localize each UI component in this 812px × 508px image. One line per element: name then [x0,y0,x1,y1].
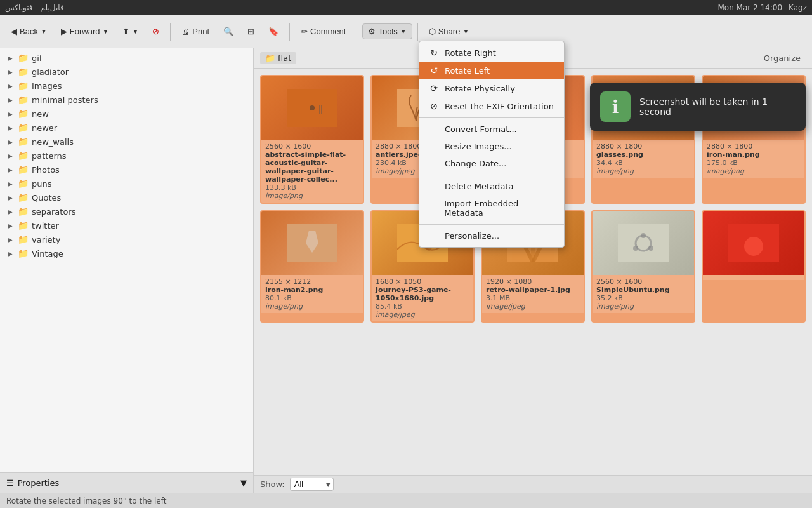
tools-button[interactable]: ⚙ Tools ▼ [362,23,412,39]
sidebar-item-gif[interactable]: ▶ gif [0,51,253,65]
folder-arrow-icon: ▶ [8,124,14,131]
image-info: 2880 × 1800 glasses.png 34.4 kB image/pn… [593,140,694,178]
menu-separator-1 [419,117,564,118]
image-size: 175.0 kB [707,159,801,167]
tools-icon: ⚙ [368,27,376,36]
image-tile-ubuntu[interactable]: 2560 × 1600 SimpleUbuntu.png 35.2 kB ima… [591,210,695,323]
image-thumb [593,211,694,275]
sidebar-item-new[interactable]: ▶ new [0,107,253,121]
back-button[interactable]: ◀ Back ▼ [5,23,53,39]
properties-icon: ☰ [6,478,14,488]
share-icon: ⬡ [429,27,436,36]
show-select[interactable]: All Photos Videos [290,478,334,491]
search-button[interactable]: 🔍 [218,23,239,39]
sidebar-item-minimal-posters[interactable]: ▶ minimal posters [0,93,253,107]
tools-label: Tools [378,27,397,36]
menu-item-personalize[interactable]: Personalize... [419,227,564,244]
sidebar-item-photos[interactable]: ▶ Photos [0,163,253,177]
sidebar-item-label: gif [32,53,42,63]
print-button[interactable]: 🖨 Print [176,23,215,39]
folder-icon [18,192,28,203]
image-dims: 1920 × 1080 [486,277,580,286]
toolbar: ◀ Back ▼ ▶ Forward ▼ ⬆ ▼ ⊘ 🖨 Print 🔍 ⊞ 🔖 [0,15,812,48]
view-button[interactable]: ⊞ [242,23,260,39]
image-dims: 2880 × 1800 [596,142,690,150]
stop-button[interactable]: ⊘ [147,23,165,39]
menu-item-label: Rotate Right [445,48,496,58]
folder-icon [18,248,28,258]
menu-item-rotate-physically[interactable]: ⟳ Rotate Physically [419,79,564,97]
location-folder[interactable]: 📁 flat [260,52,296,64]
menu-item-label: Change Date... [445,159,506,168]
sidebar-item-label: separators [32,207,75,217]
sidebar-item-label: patterns [32,151,67,161]
folder-arrow-icon: ▶ [8,97,14,104]
sidebar-item-separators[interactable]: ▶ separators [0,204,253,218]
image-type: image/png [265,192,359,200]
menu-item-resize[interactable]: Resize Images... [419,138,564,155]
notification-text: Screenshot will be taken in 1 second [639,97,796,117]
system-bar: فايل‌پلم - فتوباکس Mon Mar 2 14:00 Kagz [0,0,812,15]
organize-button[interactable]: Organize [759,52,806,64]
menu-item-reset-exif[interactable]: ⊘ Reset the EXIF Orientation [419,97,564,115]
settings-app: Kagz [789,3,807,12]
forward-icon: ▶ [61,27,67,36]
image-tile-red[interactable] [702,210,806,323]
stop-icon: ⊘ [152,27,159,36]
menu-item-delete-metadata[interactable]: Delete Metadata [419,178,564,195]
comment-icon: ✏ [301,27,308,36]
image-type: image/jpeg [376,311,469,319]
sidebar-item-puns[interactable]: ▶ puns [0,177,253,190]
menu-item-label: Rotate Left [445,66,490,76]
folder-icon [18,67,28,77]
folder-arrow-icon: ▶ [8,83,14,90]
menu-item-rotate-right[interactable]: ↻ Rotate Right [419,44,564,62]
image-size: 35.2 kB [596,294,690,302]
image-name: iron-man.png [707,150,801,159]
sidebar-item-vintage[interactable]: ▶ Vintage [0,246,253,260]
image-dims: 2560 × 1600 [596,277,690,286]
bookmark-icon: 🔖 [268,27,278,36]
sidebar-item-patterns[interactable]: ▶ patterns [0,149,253,163]
image-size: 133.3 kB [265,184,359,192]
rotate-left-icon: ↺ [428,65,440,76]
bookmark-button[interactable]: 🔖 [263,23,284,39]
sidebar-item-images[interactable]: ▶ Images [0,79,253,93]
share-button[interactable]: ⬡ Share ▼ [423,23,475,39]
image-name: SimpleUbuntu.png [596,286,690,294]
sidebar-item-label: variety [32,235,60,244]
image-tile-guitar[interactable]: 2560 × 1600 abstract-simple-flat-acousti… [260,75,364,204]
comment-button[interactable]: ✏ Comment [295,23,351,39]
folder-arrow-icon: ▶ [8,166,14,173]
image-info: 1680 × 1050 Journey-PS3-game-1050x1680.j… [372,275,473,321]
print-icon: 🖨 [181,27,190,36]
sidebar-item-variety[interactable]: ▶ variety [0,232,253,246]
image-size: 34.4 kB [596,159,690,167]
sidebar-item-twitter[interactable]: ▶ twitter [0,218,253,232]
image-dims: 2560 × 1600 [265,142,359,150]
svg-point-1 [310,105,315,110]
menu-item-change-date[interactable]: Change Date... [419,155,564,172]
up-button[interactable]: ⬆ ▼ [117,23,144,39]
menu-item-rotate-left[interactable]: ↺ Rotate Left [419,62,564,79]
sidebar-item-newer[interactable]: ▶ newer [0,121,253,135]
svg-point-23 [648,246,653,251]
folder-icon [18,234,28,244]
sidebar-item-gladiator[interactable]: ▶ gladiator [0,65,253,79]
sidebar-item-quotes[interactable]: ▶ Quotes [0,190,253,204]
forward-button[interactable]: ▶ Forward ▼ [55,23,115,39]
menu-item-import-embedded[interactable]: Import Embedded Metadata [419,195,564,222]
menu-item-convert-format[interactable]: Convert Format... [419,121,564,138]
sidebar-item-new-walls[interactable]: ▶ new_walls [0,135,253,149]
back-arrow-icon: ▼ [41,28,47,35]
sidebar: ▶ gif ▶ gladiator ▶ Images ▶ min [0,48,254,493]
svg-point-24 [633,246,638,251]
show-select-wrapper[interactable]: All Photos Videos [290,478,334,491]
menu-item-label: Personalize... [445,231,499,241]
image-tile-ironman2[interactable]: 2155 × 1212 iron-man2.png 80.1 kB image/… [260,210,364,323]
image-size: 3.1 MB [486,294,580,302]
tools-arrow-icon: ▼ [400,28,407,35]
svg-point-26 [744,237,763,256]
comment-label: Comment [310,27,346,36]
notification-icon: ℹ [600,91,631,122]
